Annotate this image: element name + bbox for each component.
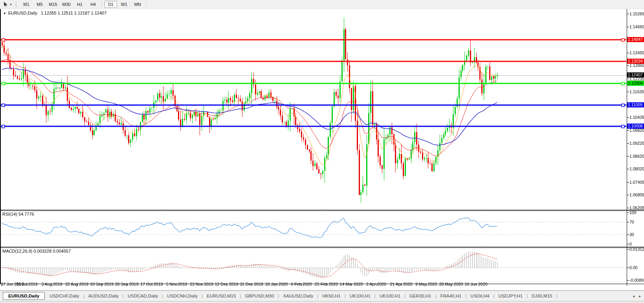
timeframe-button-M5[interactable]: M5 (33, 1, 46, 8)
price-badge-1.13034: 1.13034 (627, 59, 644, 64)
date-axis-label: 28 May 2020 (439, 282, 463, 286)
tab-scroll-right-icon[interactable]: ▸ (639, 294, 641, 298)
date-axis-label: 31 Dec 2019 (240, 282, 263, 286)
timeframe-button-H1[interactable]: H1 (73, 1, 86, 8)
timeframe-button-H4[interactable]: H4 (87, 1, 99, 8)
date-axis-label: 21 Apr 2020 (390, 282, 413, 286)
price-badge-1.11009: 1.11009 (627, 102, 644, 107)
rsi-scale-label: 70 (629, 220, 634, 224)
tab-scroll-left-icon[interactable]: ◂ (633, 294, 635, 298)
timeframe-button-M30[interactable]: M30 (60, 1, 73, 8)
rsi-indicator-label: RSI(14) 54.7776 (2, 212, 34, 216)
chart-tab-bar: EURUSD,DailyUSDCHF,Daily|AUDUSD,Daily|US… (0, 290, 644, 301)
toolbar-separator (102, 1, 102, 7)
date-axis-label: 10 Sep 2019 (90, 282, 114, 286)
price-axis-tick-label: 1.08620 (629, 154, 644, 159)
chart-tab-XAUUSD-Daily[interactable]: XAUUSD,Daily (280, 294, 317, 298)
price-axis-tick-label: 1.14650 (629, 24, 644, 29)
timeframe-button-M15[interactable]: M15 (47, 1, 59, 8)
date-axis-label: 6 Feb 2020 (291, 282, 312, 286)
date-axis-label: 25 Feb 2020 (315, 282, 338, 286)
chart-title: ▼EURUSD,Daily1.12355 1.12511 1.12187 1.1… (3, 11, 106, 15)
status-strip (0, 301, 644, 303)
chart-tab-GBPUSD-M30[interactable]: GBPUSD,M30 (241, 294, 277, 298)
date-axis-label: 14 Mar 2020 (340, 282, 363, 286)
tab-separator: | (162, 294, 163, 298)
chart-tab-UK100-H1[interactable]: UK100,H1 (346, 294, 374, 298)
rsi-scale-label: 100 (629, 210, 637, 215)
chart-collapse-icon[interactable]: ▼ (3, 12, 6, 15)
tab-separator: | (556, 294, 557, 298)
date-axis-label: 5 Nov 2019 (166, 282, 187, 286)
rsi-scale-label: 0 (629, 242, 632, 246)
cursor-tool-dropdown-icon[interactable]: ▼ (9, 3, 12, 6)
chart-tab-AUDUSD-Daily[interactable]: AUDUSD,Daily (85, 294, 122, 298)
date-axis-label: 2 Apr 2020 (366, 282, 386, 286)
cursor-tool-button[interactable]: ▼ (2, 1, 13, 7)
price-axis-tick-label: 1.13450 (629, 50, 644, 55)
chart-symbol-label: EURUSD,Daily (8, 11, 37, 15)
date-axis-label: 28 Sep 2019 (115, 282, 139, 286)
rsi-scale-label: 30 (629, 232, 634, 237)
chart-ohlc-values: 1.12355 1.12511 1.12187 1.12407 (41, 11, 106, 15)
tab-separator: | (404, 294, 405, 298)
date-axis-label: 18 Jan 2020 (265, 282, 288, 286)
price-axis-tick-label: 1.10435 (629, 115, 644, 120)
tab-separator: | (123, 294, 124, 298)
price-axis-tick-label: 1.09220 (629, 141, 644, 146)
chart-tab-FRA40-H1[interactable]: FRA40,H1 (437, 294, 465, 298)
macd-scale-label: 0.013121 (629, 247, 644, 251)
date-axis-label: 9 May 2020 (415, 282, 437, 286)
price-axis-tick-label: 1.08020 (629, 166, 644, 171)
tab-separator: | (435, 294, 437, 298)
cursor-tool-icon (3, 2, 8, 7)
price-badge-1.10008: 1.10008 (627, 124, 644, 129)
price-axis-tick-label: 1.06205 (629, 205, 644, 210)
date-axis-label: 16 Jul 2019 (16, 282, 37, 286)
tab-separator: | (465, 294, 466, 298)
chart-tab-UK100-H1[interactable]: UK100,H1 (376, 294, 404, 298)
chart-tab-USDJPY-H1[interactable]: USDJPY,H1 (495, 294, 526, 298)
price-axis-tick-label: 1.07405 (629, 180, 644, 185)
price-axis-tick-label: 1.11635 (629, 89, 644, 94)
timeframe-button-M1[interactable]: M1 (20, 1, 33, 8)
tab-separator: | (202, 294, 203, 298)
chart-tab-EURUSD-Daily[interactable]: EURUSD,Daily (3, 292, 45, 300)
price-axis-tick-label: 1.15265 (629, 11, 644, 16)
chart-tab-HK50-H1[interactable]: HK50,H1 (319, 294, 344, 298)
tab-separator: | (278, 294, 279, 298)
price-axis-tick-label: 1.09820 (629, 128, 644, 133)
chart-tab-EURUSD-M15[interactable]: EURUSD,M15 (203, 294, 239, 298)
chart-tab-USOil-H4[interactable]: USOil,H4 (467, 294, 493, 298)
tab-separator: | (527, 294, 528, 298)
tab-separator: | (345, 294, 346, 298)
toolbar-grip (16, 2, 17, 7)
date-axis-label: 17 Oct 2019 (140, 282, 163, 286)
tab-separator: | (240, 294, 241, 298)
tab-separator: | (83, 294, 84, 298)
price-axis-tick-label: 1.06805 (629, 192, 644, 197)
chart-tab-USDCAD-Daily[interactable]: USDCAD,Daily (124, 294, 161, 298)
top-toolbar: ▼ M1M5M15M30H1H4D1W1MN (0, 0, 644, 9)
date-axis-label: 22 Aug 2019 (65, 282, 88, 286)
timeframe-button-D1[interactable]: D1 (105, 1, 117, 8)
chart-tab-DJ30-M15[interactable]: DJ30,M15 (528, 294, 556, 298)
tab-separator: | (493, 294, 494, 298)
macd-scale-label: -0.008933 (629, 278, 644, 283)
chart-tab-GER30-H1[interactable]: GER30,H1 (406, 294, 435, 298)
price-badge-1.12407: 1.12407 (627, 72, 644, 78)
date-axis-label: 12 Dec 2019 (215, 282, 239, 286)
tab-separator: | (374, 294, 376, 298)
chart-tab-USDCHF-Daily[interactable]: USDCHF,Daily (46, 294, 83, 298)
price-badge-1.14047: 1.14047 (627, 37, 644, 42)
timeframe-button-W1[interactable]: W1 (118, 1, 130, 8)
date-axis-label: 23 Nov 2019 (190, 282, 213, 286)
toolbar-separator (146, 1, 147, 7)
timeframe-button-MN[interactable]: MN (131, 1, 144, 8)
price-badge-1.12004: 1.12004 (627, 81, 644, 86)
date-axis-label: 3 Aug 2019 (41, 282, 62, 286)
chart-tab-USDCNH-Daily[interactable]: USDCNH,Daily (163, 294, 201, 298)
macd-scale-label: 0.00 (629, 265, 637, 270)
eurusd-daily-price-chart[interactable] (0, 9, 644, 290)
date-axis-label: 16 Jun 2020 (465, 282, 488, 286)
